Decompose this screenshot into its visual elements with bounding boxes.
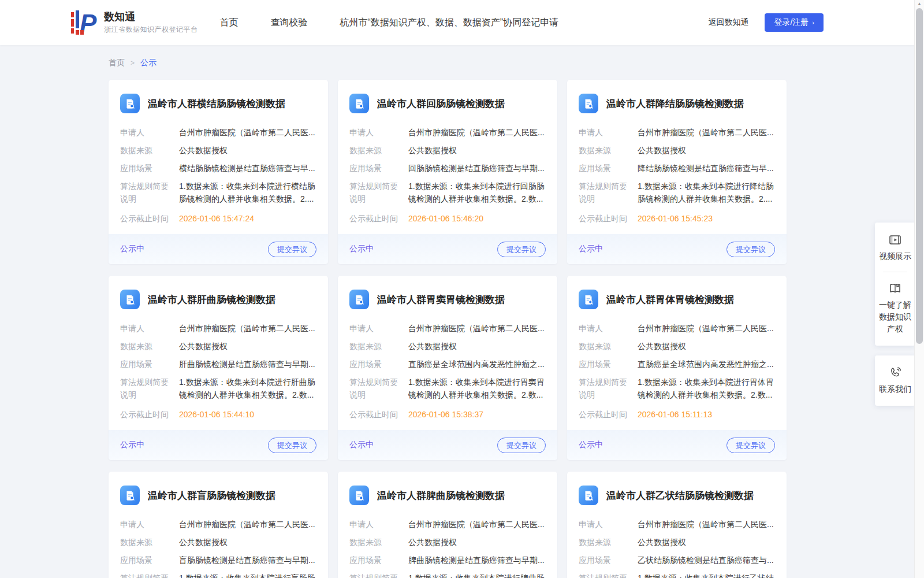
field-algorithm: 算法规则简要说明 1.数据来源：收集来到本院进行回肠肠镜检测的人群并收集相关数据… [349,180,546,205]
field-applicant: 申请人 台州市肿瘤医院（温岭市第二人民医... [120,322,316,335]
card-footer: 公示中 提交异议 [567,234,787,264]
login-register-button[interactable]: 登录/注册 › [765,13,824,32]
card-footer: 公示中 提交异议 [567,430,787,460]
publicity-card[interactable]: 温岭市人群降结肠肠镜检测数据 申请人 台州市肿瘤医院（温岭市第二人民医... 数… [567,80,787,264]
nav-item-hangzhou-registration[interactable]: 杭州市“数据知识产权、数据、数据资产”协同登记申请 [340,17,559,29]
card-body: 温岭市人群脾曲肠镜检测数据 申请人 台州市肿瘤医院（温岭市第二人民医... 数据… [338,472,557,578]
field-label: 申请人 [349,322,400,335]
field-algorithm: 算法规则简要说明 1.数据来源：收集来到本院进行降结肠肠镜检测的人群并收集相关数… [579,180,775,205]
field-label: 数据来源 [579,144,629,157]
field-label: 应用场景 [349,554,400,566]
field-value: 公共数据授权 [408,144,546,157]
card-title[interactable]: 温岭市人群横结肠肠镜检测数据 [148,97,285,110]
field-algorithm: 算法规则简要说明 1.数据来源：收集来到本院进行脾曲肠镜检测的人群并收集相关数据… [349,572,546,578]
field-applicant: 申请人 台州市肿瘤医院（温岭市第二人民医... [579,518,775,531]
one-click-learn-label: 一键了解数据知识产权 [877,299,913,335]
card-title[interactable]: 温岭市人群肝曲肠镜检测数据 [148,293,275,306]
field-label: 应用场景 [120,358,171,370]
nav-item-query-verify[interactable]: 查询校验 [271,17,308,29]
publicity-card[interactable]: 温岭市人群肝曲肠镜检测数据 申请人 台州市肿瘤医院（温岭市第二人民医... 数据… [109,276,328,460]
field-label: 算法规则简要说明 [349,376,400,401]
card-body: 温岭市人群胃窦胃镜检测数据 申请人 台州市肿瘤医院（温岭市第二人民医... 数据… [338,276,557,430]
publicity-card[interactable]: 温岭市人群胃窦胃镜检测数据 申请人 台州市肿瘤医院（温岭市第二人民医... 数据… [338,276,557,460]
nav-item-home[interactable]: 首页 [220,17,239,29]
field-scenario: 应用场景 直肠癌是全球范围内高发恶性肿瘤之... [579,358,775,370]
field-algorithm: 算法规则简要说明 1.数据来源：收集来到本院进行胃体胃镜检测的人群并收集相关数据… [579,376,775,401]
one-click-learn-item[interactable]: 一键了解数据知识产权 [877,279,913,338]
field-label: 算法规则简要说明 [120,572,171,578]
video-demo-label: 视频展示 [879,250,911,262]
publicity-card[interactable]: 温岭市人群乙状结肠肠镜检测数据 申请人 台州市肿瘤医院（温岭市第二人民医... … [567,472,787,578]
field-label: 申请人 [579,126,629,139]
book-icon [888,281,902,295]
site-logo[interactable]: P 数知通 浙江省数据知识产权登记平台 [70,9,198,36]
submit-objection-button[interactable]: 提交异议 [497,438,546,453]
deadline-value: 2026-01-06 15:44:10 [179,408,316,421]
card-body: 温岭市人群乙状结肠肠镜检测数据 申请人 台州市肿瘤医院（温岭市第二人民医... … [567,472,787,578]
field-value: 直肠癌是全球范围内高发恶性肿瘤之... [638,358,775,370]
submit-objection-button[interactable]: 提交异议 [726,438,775,453]
card-title[interactable]: 温岭市人群回肠肠镜检测数据 [377,97,505,110]
status-badge: 公示中 [120,244,144,254]
field-value: 公共数据授权 [638,144,775,157]
video-demo-item[interactable]: 视频展示 [879,231,911,265]
field-applicant: 申请人 台州市肿瘤医院（温岭市第二人民医... [120,126,316,139]
field-label: 申请人 [579,518,629,531]
field-value: 1.数据来源：收集来到本院进行盲肠肠镜检测的人群并收集相关数据。2.... [179,572,316,578]
breadcrumb-current-publicity[interactable]: 公示 [140,58,157,68]
field-data-source: 数据来源 公共数据授权 [579,536,775,549]
breadcrumb-home[interactable]: 首页 [109,58,125,68]
card-header: 温岭市人群乙状结肠肠镜检测数据 [579,486,775,505]
vertical-scrollbar[interactable]: ▲ [914,0,924,578]
field-scenario: 应用场景 直肠癌是全球范围内高发恶性肿瘤之... [349,358,546,370]
publicity-cards-grid: 温岭市人群横结肠肠镜检测数据 申请人 台州市肿瘤医院（温岭市第二人民医... 数… [109,80,787,578]
field-value: 1.数据来源：收集来到本院进行降结肠肠镜检测的人群并收集相关数据。2.... [638,180,775,205]
field-algorithm: 算法规则简要说明 1.数据来源：收集来到本院进行乙状结肠肠镜检测的人群并收集相关… [579,572,775,578]
card-title[interactable]: 温岭市人群胃体胃镜检测数据 [606,293,734,306]
breadcrumb-separator: > [131,59,135,67]
contact-us-label: 联系我们 [879,383,911,395]
card-title[interactable]: 温岭市人群乙状结肠肠镜检测数据 [606,489,754,502]
field-label: 申请人 [120,126,171,139]
publicity-card[interactable]: 温岭市人群回肠肠镜检测数据 申请人 台州市肿瘤医院（温岭市第二人民医... 数据… [338,80,557,264]
field-scenario: 应用场景 横结肠肠镜检测是结直肠癌筛查与早... [120,162,316,175]
field-applicant: 申请人 台州市肿瘤医院（温岭市第二人民医... [579,322,775,335]
status-badge: 公示中 [579,440,603,450]
card-title[interactable]: 温岭市人群胃窦胃镜检测数据 [377,293,505,306]
field-applicant: 申请人 台州市肿瘤医院（温岭市第二人民医... [349,518,546,531]
submit-objection-button[interactable]: 提交异议 [268,242,316,257]
field-value: 公共数据授权 [408,536,546,549]
publicity-card[interactable]: 温岭市人群胃体胃镜检测数据 申请人 台州市肿瘤医院（温岭市第二人民医... 数据… [567,276,787,460]
publicity-card[interactable]: 温岭市人群盲肠肠镜检测数据 申请人 台州市肿瘤医院（温岭市第二人民医... 数据… [109,472,328,578]
scrollbar-thumb[interactable] [916,8,923,344]
field-label: 申请人 [120,518,171,531]
field-data-source: 数据来源 公共数据授权 [120,340,316,353]
card-title[interactable]: 温岭市人群盲肠肠镜检测数据 [148,489,275,502]
publicity-card[interactable]: 温岭市人群脾曲肠镜检测数据 申请人 台州市肿瘤医院（温岭市第二人民医... 数据… [338,472,557,578]
document-search-icon [349,290,369,309]
card-title[interactable]: 温岭市人群脾曲肠镜检测数据 [377,489,505,502]
field-value: 公共数据授权 [638,536,775,549]
contact-us-item[interactable]: 联系我们 [879,364,911,398]
field-value: 台州市肿瘤医院（温岭市第二人民医... [408,518,546,531]
card-header: 温岭市人群降结肠肠镜检测数据 [579,94,775,113]
field-data-source: 数据来源 公共数据授权 [349,536,546,549]
field-label: 数据来源 [120,340,171,353]
field-label: 算法规则简要说明 [349,180,400,205]
card-title[interactable]: 温岭市人群降结肠肠镜检测数据 [606,97,744,110]
submit-objection-button[interactable]: 提交异议 [497,242,546,257]
back-to-shuzhitong-link[interactable]: 返回数知通 [708,17,748,28]
scrollbar-up-arrow[interactable]: ▲ [915,1,924,6]
logo-ip-icon: P [70,9,97,36]
field-label: 数据来源 [349,536,400,549]
field-value: 台州市肿瘤医院（温岭市第二人民医... [179,126,316,139]
field-label: 算法规则简要说明 [579,376,629,401]
logo-title: 数知通 [104,10,198,23]
publicity-card[interactable]: 温岭市人群横结肠肠镜检测数据 申请人 台州市肿瘤医院（温岭市第二人民医... 数… [109,80,328,264]
deadline-value: 2026-01-06 15:11:13 [638,408,775,421]
card-footer: 公示中 提交异议 [109,234,328,264]
field-label: 算法规则简要说明 [349,572,400,578]
submit-objection-button[interactable]: 提交异议 [268,438,316,453]
submit-objection-button[interactable]: 提交异议 [726,242,775,257]
card-header: 温岭市人群肝曲肠镜检测数据 [120,290,316,309]
